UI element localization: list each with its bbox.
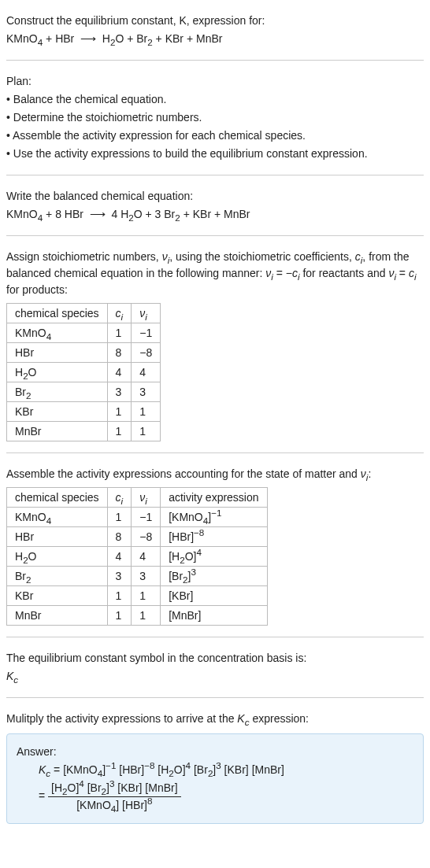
cell-species: KBr <box>7 402 108 422</box>
cell-activity: [Br2]3 <box>161 567 267 586</box>
activity-block: Assemble the activity expressions accoun… <box>6 460 424 630</box>
table-row: KBr11[KBr] <box>7 586 268 606</box>
table-row: HBr8−8[HBr]−8 <box>7 527 268 547</box>
kc-symbol-block: The equilibrium constant symbol in the c… <box>6 644 424 691</box>
cell-species: MnBr <box>7 422 108 441</box>
activity-tbody: KMnO41−1[KMnO4]−1HBr8−8[HBr]−8H2O44[H2O]… <box>7 508 268 626</box>
activity-intro: Assemble the activity expressions accoun… <box>6 466 424 482</box>
cell-vi: −1 <box>132 323 161 343</box>
table-row: KMnO41−1 <box>7 323 161 343</box>
cell-ci: 3 <box>107 567 132 586</box>
cell-ci: 1 <box>107 586 132 606</box>
fraction-numerator: [H2O]4 [Br2]3 [KBr] [MnBr] <box>48 780 181 797</box>
cell-ci: 8 <box>107 527 132 547</box>
table-header-row: chemical species ci νi <box>7 304 161 323</box>
answer-box: Answer: Kc = [KMnO4]−1 [HBr]−8 [H2O]4 [B… <box>6 733 424 824</box>
table-row: MnBr11[MnBr] <box>7 606 268 626</box>
cell-ci: 1 <box>107 422 132 441</box>
cell-vi: 3 <box>132 567 161 586</box>
balanced-equation: KMnO4 + 8 HBr ⟶ 4 H2O + 3 Br2 + KBr + Mn… <box>6 206 424 223</box>
divider <box>6 697 424 698</box>
multiply-line: Mulitply the activity expressions to arr… <box>6 711 424 727</box>
cell-species: HBr <box>7 527 108 547</box>
stoich-tbody: KMnO41−1HBr8−8H2O44Br233KBr11MnBr11 <box>7 323 161 441</box>
col-species: chemical species <box>7 488 108 508</box>
cell-ci: 8 <box>107 343 132 363</box>
plan-item: • Balance the chemical equation. <box>6 91 424 108</box>
table-row: KBr11 <box>7 402 161 422</box>
intro-line1: Construct the equilibrium constant, K, e… <box>6 13 424 29</box>
cell-ci: 4 <box>107 363 132 382</box>
table-header-row: chemical species ci νi activity expressi… <box>7 488 268 508</box>
col-ci: ci <box>107 304 132 323</box>
divider <box>6 235 424 236</box>
cell-ci: 4 <box>107 547 132 567</box>
answer-fraction: [H2O]4 [Br2]3 [KBr] [MnBr] [KMnO4] [HBr]… <box>48 780 181 814</box>
plan-title: Plan: <box>6 73 424 90</box>
cell-ci: 1 <box>107 508 132 527</box>
cell-activity: [MnBr] <box>161 606 267 626</box>
answer-expression-1: Kc = [KMnO4]−1 [HBr]−8 [H2O]4 [Br2]3 [KB… <box>39 762 413 778</box>
divider <box>6 452 424 453</box>
cell-ci: 1 <box>107 323 132 343</box>
cell-vi: −8 <box>132 343 161 363</box>
plan-item: • Use the activity expressions to build … <box>6 146 424 162</box>
intro-block: Construct the equilibrium constant, K, e… <box>6 6 424 54</box>
table-row: H2O44[H2O]4 <box>7 547 268 567</box>
cell-activity: [HBr]−8 <box>161 527 267 547</box>
cell-species: MnBr <box>7 606 108 626</box>
cell-vi: −1 <box>132 508 161 527</box>
table-row: H2O44 <box>7 363 161 382</box>
table-row: MnBr11 <box>7 422 161 441</box>
multiply-block: Mulitply the activity expressions to arr… <box>6 704 424 829</box>
divider <box>6 60 424 61</box>
cell-species: HBr <box>7 343 108 363</box>
answer-expression-2: = [H2O]4 [Br2]3 [KBr] [MnBr] [KMnO4] [HB… <box>39 780 413 814</box>
kc-symbol-line2: Kc <box>6 668 424 685</box>
cell-species: H2O <box>7 547 108 567</box>
cell-vi: 1 <box>132 402 161 422</box>
balanced-title: Write the balanced chemical equation: <box>6 188 424 205</box>
cell-vi: 1 <box>132 422 161 441</box>
divider <box>6 175 424 175</box>
cell-ci: 1 <box>107 606 132 626</box>
cell-species: KBr <box>7 586 108 606</box>
intro-equation: KMnO4 + HBr ⟶ H2O + Br2 + KBr + MnBr <box>6 31 424 47</box>
stoich-intro: Assign stoichiometric numbers, νi, using… <box>6 249 424 298</box>
activity-table: chemical species ci νi activity expressi… <box>6 487 268 626</box>
cell-species: H2O <box>7 363 108 382</box>
divider <box>6 637 424 637</box>
col-vi: νi <box>132 488 161 508</box>
table-row: HBr8−8 <box>7 343 161 363</box>
cell-vi: 4 <box>132 547 161 567</box>
cell-ci: 3 <box>107 382 132 402</box>
cell-activity: [KMnO4]−1 <box>161 508 267 527</box>
col-ci: ci <box>107 488 132 508</box>
col-activity: activity expression <box>161 488 267 508</box>
cell-species: Br2 <box>7 567 108 586</box>
fraction-denominator: [KMnO4] [HBr]8 <box>48 797 181 814</box>
plan-item: • Determine the stoichiometric numbers. <box>6 109 424 126</box>
table-row: KMnO41−1[KMnO4]−1 <box>7 508 268 527</box>
plan-block: Plan: • Balance the chemical equation. •… <box>6 67 424 168</box>
answer-label: Answer: <box>17 744 413 760</box>
cell-vi: −8 <box>132 527 161 547</box>
cell-vi: 1 <box>132 586 161 606</box>
col-vi: νi <box>132 304 161 323</box>
plan-item: • Assemble the activity expression for e… <box>6 127 424 144</box>
balanced-block: Write the balanced chemical equation: KM… <box>6 182 424 229</box>
stoich-block: Assign stoichiometric numbers, νi, using… <box>6 242 424 446</box>
cell-ci: 1 <box>107 402 132 422</box>
col-species: chemical species <box>7 304 108 323</box>
cell-species: KMnO4 <box>7 508 108 527</box>
stoich-table: chemical species ci νi KMnO41−1HBr8−8H2O… <box>6 303 161 441</box>
cell-vi: 3 <box>132 382 161 402</box>
cell-species: KMnO4 <box>7 323 108 343</box>
table-row: Br233[Br2]3 <box>7 567 268 586</box>
cell-activity: [H2O]4 <box>161 547 267 567</box>
cell-vi: 1 <box>132 606 161 626</box>
cell-vi: 4 <box>132 363 161 382</box>
kc-symbol-line1: The equilibrium constant symbol in the c… <box>6 650 424 667</box>
cell-species: Br2 <box>7 382 108 402</box>
cell-activity: [KBr] <box>161 586 267 606</box>
